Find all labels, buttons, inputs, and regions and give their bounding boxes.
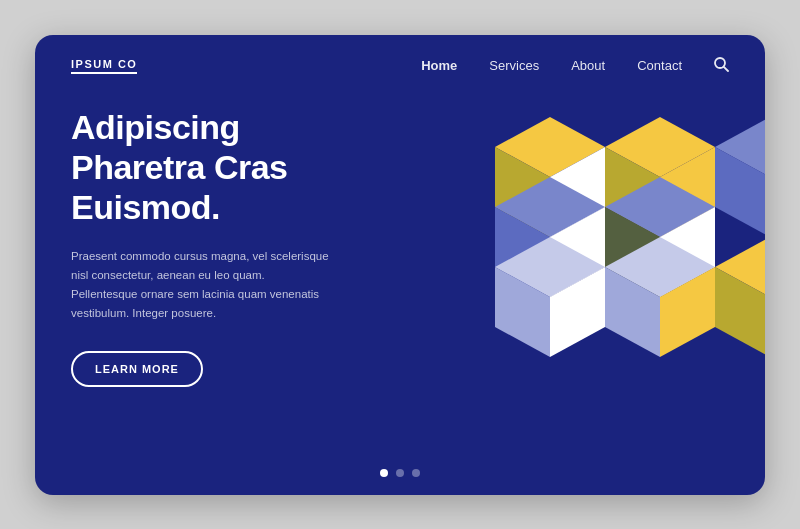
navbar: IPSUM CO Home Services About Contact <box>35 35 765 97</box>
logo: IPSUM CO <box>71 58 137 74</box>
pagination-dots <box>380 469 420 477</box>
hero-text: AdipiscingPharetra CrasEuismod. Praesent… <box>71 107 331 387</box>
hero-title: AdipiscingPharetra CrasEuismod. <box>71 107 331 227</box>
nav-links: Home Services About Contact <box>421 57 729 75</box>
nav-services[interactable]: Services <box>489 58 539 73</box>
svg-line-1 <box>724 66 728 70</box>
dot-3[interactable] <box>412 469 420 477</box>
dot-2[interactable] <box>396 469 404 477</box>
nav-about[interactable]: About <box>571 58 605 73</box>
search-icon[interactable] <box>714 57 729 75</box>
hero-body: Praesent commodo cursus magna, vel scele… <box>71 247 331 323</box>
nav-contact[interactable]: Contact <box>637 58 682 73</box>
hero-graphic <box>365 67 765 487</box>
page-card: IPSUM CO Home Services About Contact Adi… <box>35 35 765 495</box>
learn-more-button[interactable]: LEARN MORE <box>71 351 203 387</box>
nav-home[interactable]: Home <box>421 58 457 73</box>
dot-1[interactable] <box>380 469 388 477</box>
hero-section: AdipiscingPharetra CrasEuismod. Praesent… <box>35 97 765 387</box>
